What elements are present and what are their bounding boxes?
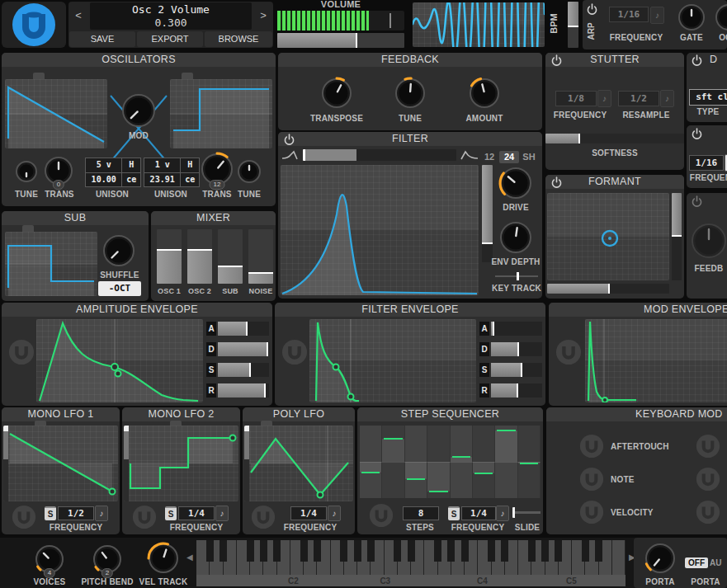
formant-power-icon[interactable]: [550, 176, 563, 189]
arp-octaves-knob[interactable]: [715, 3, 727, 31]
step-seq-slide-slider[interactable]: [512, 507, 541, 518]
sub-octave-button[interactable]: -OCT: [98, 281, 141, 296]
osc1-harmonize-button[interactable]: H: [122, 158, 140, 172]
filter-blend-slider[interactable]: [303, 149, 456, 161]
formant-xy-pad[interactable]: [547, 193, 669, 280]
osc2-unison-detune[interactable]: 23.91: [144, 173, 180, 187]
filter-release-slider[interactable]: [491, 383, 542, 397]
feedback-transpose-knob[interactable]: [321, 78, 352, 109]
filter-envelope-display[interactable]: [309, 319, 476, 402]
pole-24-button[interactable]: 24: [499, 151, 519, 163]
mono-lfo1-sync-button[interactable]: S: [45, 506, 56, 520]
poly-lfo-note-sync-button[interactable]: ♪: [328, 506, 341, 521]
amp-attack-slider[interactable]: [218, 322, 269, 336]
step-seq-note-sync-button[interactable]: ♪: [496, 506, 509, 521]
step-seq-steps-box[interactable]: 8: [403, 506, 439, 520]
filter-power-icon[interactable]: [283, 134, 295, 146]
osc2-harmonize-button[interactable]: H: [181, 158, 199, 172]
keyboard-scroll-left-icon[interactable]: ◀: [186, 553, 193, 562]
sub-waveform-display[interactable]: [5, 232, 97, 296]
arp-frequency-dropdown[interactable]: 1/16: [609, 7, 649, 22]
mono-lfo2-mod-source-icon[interactable]: [132, 505, 157, 529]
bpm-slider[interactable]: [568, 2, 578, 48]
osc1-wave-tab[interactable]: [33, 73, 45, 79]
mod-env-mod-source-icon[interactable]: [555, 339, 582, 365]
mono-lfo2-sync-button[interactable]: S: [165, 506, 177, 520]
stutter-resample-dropdown[interactable]: 1/2: [618, 91, 659, 106]
osc1-tune-knob[interactable]: [15, 160, 38, 183]
filter-resonance-slider[interactable]: [482, 165, 493, 262]
mono-lfo1-display[interactable]: [3, 426, 118, 501]
osc1-unison-detune[interactable]: 10.00: [86, 173, 121, 187]
mono-lfo2-amount-slider[interactable]: [124, 426, 129, 501]
poly-lfo-frequency-dropdown[interactable]: 1/4: [290, 506, 327, 520]
amp-decay-slider[interactable]: [218, 342, 269, 356]
amp-envelope-display[interactable]: [36, 319, 203, 402]
step-sequencer-display[interactable]: [360, 426, 541, 498]
pitch-bend-knob[interactable]: 2: [92, 544, 122, 574]
poly-lfo-mod-source-icon[interactable]: [251, 505, 276, 529]
aftertouch-mod-source-icon[interactable]: [579, 434, 604, 459]
arp-power-icon[interactable]: [586, 3, 598, 16]
filter-sustain-slider[interactable]: [491, 363, 542, 377]
cross-mod-knob[interactable]: [121, 93, 156, 128]
save-button[interactable]: SAVE: [69, 31, 135, 47]
piano-keyboard[interactable]: [196, 540, 626, 575]
browse-button[interactable]: BROWSE: [205, 31, 272, 47]
formant-x-slider[interactable]: [547, 284, 669, 294]
mono-lfo2-frequency-dropdown[interactable]: 1/4: [178, 506, 215, 520]
mixer-sub-slider[interactable]: [218, 229, 243, 284]
porta-off-option[interactable]: OFF: [685, 557, 708, 568]
distortion-type-dropdown[interactable]: sft cl: [689, 89, 727, 106]
poly-lfo-amount-slider[interactable]: [244, 426, 249, 501]
filter-env-mod-source-icon[interactable]: [281, 339, 308, 365]
arp-note-sync-button[interactable]: ♪: [650, 7, 664, 24]
mixer-noise-slider[interactable]: [248, 229, 273, 284]
delay-frequency-dropdown[interactable]: 1/16: [689, 155, 724, 171]
mod-envelope-display[interactable]: [585, 319, 727, 402]
porta-auto-option[interactable]: AU: [708, 557, 723, 568]
aftertouch-mod-source-icon-2[interactable]: [696, 434, 720, 459]
feedback-amount-knob[interactable]: [469, 78, 500, 109]
mono-lfo1-mod-source-icon[interactable]: [12, 505, 36, 529]
pole-sh-button[interactable]: SH: [519, 151, 539, 163]
filter-env-depth-knob[interactable]: [499, 221, 532, 254]
patch-prev-button[interactable]: <: [68, 2, 88, 30]
osc1-waveform-display[interactable]: [5, 79, 107, 148]
osc2-waveform-display[interactable]: [170, 79, 272, 148]
osc2-wave-tab[interactable]: [182, 73, 193, 79]
osc2-unison-box[interactable]: 1 v H 23.91 ce: [144, 158, 200, 187]
note-mod-source-icon[interactable]: [579, 467, 604, 492]
filter-decay-slider[interactable]: [491, 342, 542, 356]
filter-attack-slider[interactable]: [491, 322, 542, 336]
osc2-tune-knob[interactable]: [237, 159, 262, 184]
amp-release-slider[interactable]: [218, 383, 269, 397]
delay-power-icon[interactable]: [691, 128, 703, 140]
mixer-osc2-slider[interactable]: [187, 229, 212, 284]
velocity-mod-source-icon-2[interactable]: [696, 500, 720, 524]
stutter-power-icon[interactable]: [550, 54, 563, 67]
vel-track-knob[interactable]: [148, 543, 179, 574]
osc2-unison-voices[interactable]: 1 v: [144, 158, 180, 172]
voices-knob[interactable]: 4: [35, 544, 64, 574]
step-seq-sync-button[interactable]: S: [448, 506, 460, 520]
export-button[interactable]: EXPORT: [137, 31, 203, 47]
pole-12-button[interactable]: 12: [479, 151, 499, 163]
mono-lfo1-note-sync-button[interactable]: ♪: [95, 506, 108, 521]
mono-lfo2-display[interactable]: [124, 426, 238, 501]
mono-lfo1-amount-slider[interactable]: [3, 426, 8, 501]
sub-wave-tab[interactable]: [22, 225, 34, 232]
note-mod-source-icon-2[interactable]: [696, 467, 720, 492]
mixer-osc1-slider[interactable]: [157, 229, 182, 284]
velocity-mod-source-icon[interactable]: [579, 500, 604, 524]
arp-gate-knob[interactable]: [677, 3, 706, 31]
patch-name-box[interactable]: Osc 2 Volume 0.300: [90, 2, 252, 30]
amp-env-mod-source-icon[interactable]: [8, 339, 35, 365]
stutter-note-sync-button[interactable]: ♪: [597, 90, 611, 107]
osc2-transpose-knob[interactable]: 12: [201, 153, 234, 186]
step-seq-mod-source-icon[interactable]: [369, 503, 394, 528]
step-seq-frequency-dropdown[interactable]: 1/4: [461, 506, 496, 520]
amp-sustain-slider[interactable]: [218, 363, 269, 377]
stutter-frequency-dropdown[interactable]: 1/8: [555, 91, 597, 106]
feedback-tune-knob[interactable]: [394, 78, 426, 109]
